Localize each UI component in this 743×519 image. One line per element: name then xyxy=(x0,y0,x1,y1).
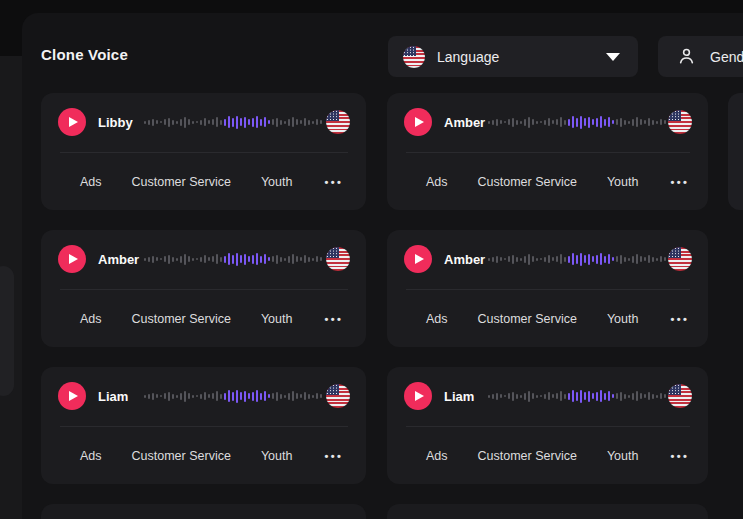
waveform-bar xyxy=(260,119,262,126)
waveform-bar xyxy=(548,255,550,263)
waveform-bar xyxy=(204,255,206,263)
waveform-bar xyxy=(216,117,218,127)
play-button[interactable] xyxy=(58,108,86,136)
waveform-bar xyxy=(232,255,234,264)
waveform-bar xyxy=(500,257,502,261)
card-divider xyxy=(406,426,690,427)
waveform-bar xyxy=(520,121,522,124)
voice-card[interactable]: Amber AdsCustomer ServiceYouth••• xyxy=(41,230,366,347)
waveform-bar xyxy=(580,116,582,129)
waveform-bar xyxy=(292,391,294,401)
tag-row: AdsCustomer ServiceYouth••• xyxy=(80,304,346,334)
voice-grid: Libby AdsCustomer ServiceYouth••• Amber … xyxy=(41,93,708,519)
waveform-bar xyxy=(528,254,530,265)
waveform-bar xyxy=(492,120,494,125)
waveform-bar xyxy=(280,394,282,399)
waveform xyxy=(144,114,324,130)
tag-row: AdsCustomer ServiceYouth••• xyxy=(426,441,688,471)
waveform-bar xyxy=(144,121,146,124)
more-ellipsis-button[interactable]: ••• xyxy=(322,450,345,462)
waveform-bar xyxy=(268,120,270,124)
more-ellipsis-button[interactable]: ••• xyxy=(668,450,691,462)
waveform-bar xyxy=(300,394,302,398)
waveform-bar xyxy=(216,254,218,264)
waveform-bar xyxy=(224,119,226,126)
us-flag-icon xyxy=(668,384,692,408)
waveform-bar xyxy=(556,119,558,125)
waveform-bar xyxy=(276,255,278,264)
waveform-bar xyxy=(552,394,554,398)
more-ellipsis-button[interactable]: ••• xyxy=(668,313,691,325)
more-ellipsis-button[interactable]: ••• xyxy=(322,313,345,325)
waveform-bar xyxy=(632,393,634,400)
waveform-bar xyxy=(280,120,282,125)
waveform-bar xyxy=(592,256,594,262)
clone-voice-panel: Clone Voice Language Gender Libby xyxy=(22,13,743,519)
caret-down-icon xyxy=(606,53,620,61)
play-button[interactable] xyxy=(58,382,86,410)
waveform-bar xyxy=(204,392,206,400)
voice-card-partial xyxy=(387,504,708,519)
play-button[interactable] xyxy=(404,108,432,136)
waveform-bar xyxy=(320,257,322,261)
voice-card[interactable]: Liam AdsCustomer ServiceYouth••• xyxy=(41,367,366,484)
waveform-bar xyxy=(236,253,238,266)
waveform-bar xyxy=(660,393,662,399)
voice-card[interactable]: Libby AdsCustomer ServiceYouth••• xyxy=(41,93,366,210)
voice-tag: Ads xyxy=(426,449,448,463)
card-divider xyxy=(60,152,348,153)
waveform-bar xyxy=(648,392,650,400)
waveform-bar xyxy=(244,391,246,402)
waveform-bar xyxy=(488,258,490,261)
waveform-bar xyxy=(296,256,298,262)
waveform-bar xyxy=(624,120,626,125)
voice-card[interactable]: Amber AdsCustomer ServiceYouth••• xyxy=(387,93,708,210)
waveform-bar xyxy=(208,257,210,261)
waveform-bar xyxy=(172,394,174,399)
waveform-bar xyxy=(552,120,554,124)
waveform-bar xyxy=(256,116,258,128)
screen: Clone Voice Language Gender Libby xyxy=(0,0,743,519)
gender-dropdown[interactable]: Gender xyxy=(658,36,743,77)
voice-card[interactable]: Amber AdsCustomer ServiceYouth••• xyxy=(387,230,708,347)
waveform-bar xyxy=(192,258,194,261)
waveform-bar xyxy=(652,394,654,399)
card-divider xyxy=(406,289,690,290)
waveform-bar xyxy=(172,120,174,125)
waveform-bar xyxy=(208,394,210,398)
play-button[interactable] xyxy=(404,382,432,410)
waveform-bar xyxy=(176,395,178,398)
waveform-bar xyxy=(488,121,490,124)
waveform-bar xyxy=(168,118,170,127)
more-ellipsis-button[interactable]: ••• xyxy=(322,176,345,188)
voice-tag: Youth xyxy=(607,312,639,326)
language-dropdown-label: Language xyxy=(437,49,499,65)
waveform-bar xyxy=(536,258,538,261)
waveform-bar xyxy=(228,390,230,402)
waveform xyxy=(488,114,668,130)
waveform-bar xyxy=(308,257,310,262)
waveform-bar xyxy=(528,117,530,128)
us-flag-icon xyxy=(326,110,350,134)
waveform-bar xyxy=(572,390,574,402)
waveform-bar xyxy=(624,257,626,262)
waveform-bar xyxy=(280,257,282,262)
language-dropdown[interactable]: Language xyxy=(388,36,638,77)
play-button[interactable] xyxy=(58,245,86,273)
waveform-bar xyxy=(196,258,198,260)
waveform-bar xyxy=(212,119,214,125)
play-button[interactable] xyxy=(404,245,432,273)
waveform-bar xyxy=(636,391,638,401)
waveform-bar xyxy=(188,119,190,125)
waveform-bar xyxy=(496,256,498,263)
play-icon xyxy=(69,391,78,401)
voice-tag: Ads xyxy=(80,312,102,326)
more-ellipsis-button[interactable]: ••• xyxy=(668,176,691,188)
voice-tag: Youth xyxy=(607,449,639,463)
waveform-bar xyxy=(236,116,238,129)
waveform-bar xyxy=(288,256,290,263)
waveform-bar xyxy=(232,392,234,401)
voice-card[interactable]: Liam AdsCustomer ServiceYouth••• xyxy=(387,367,708,484)
waveform-bar xyxy=(612,394,614,398)
waveform-bar xyxy=(220,120,222,125)
